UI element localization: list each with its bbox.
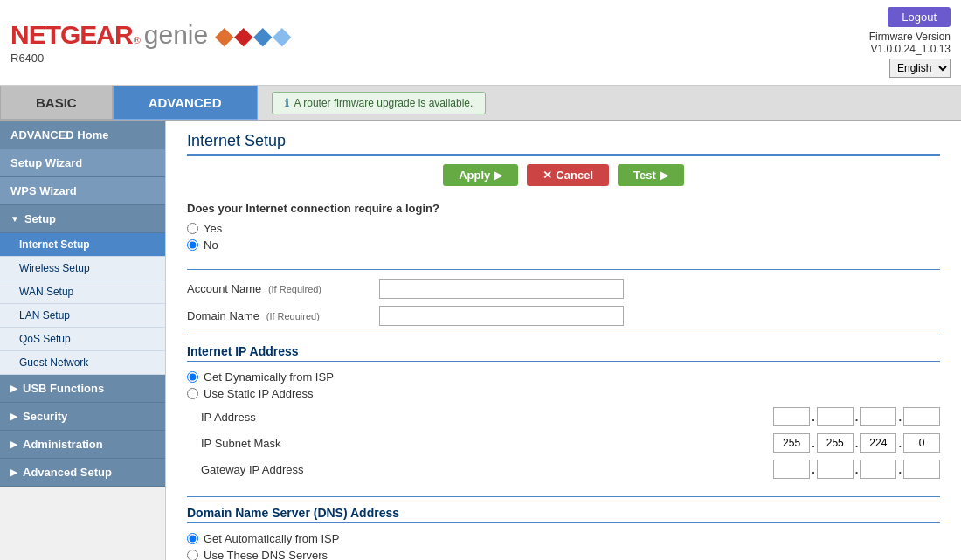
usb-arrow-icon: ▶	[10, 384, 17, 393]
domain-name-label: Domain Name (If Required)	[187, 309, 379, 322]
domain-name-input[interactable]	[379, 306, 624, 326]
gateway-label: Gateway IP Address	[187, 463, 379, 476]
ip-static-row: Use Static IP Address	[187, 387, 940, 400]
ip-dynamic-row: Get Dynamically from ISP	[187, 370, 940, 384]
dns-manual-radio[interactable]	[187, 550, 198, 560]
test-arrow-icon: ▶	[660, 169, 668, 182]
gw-dot-3: .	[898, 463, 902, 476]
firmware-version: Firmware Version V1.0.0.24_1.0.13	[869, 31, 951, 55]
security-arrow-icon: ▶	[10, 411, 17, 421]
header: NETGEAR ® genie ◆◆◆◆ R6400 Logout Firmwa…	[0, 0, 961, 86]
subnet-dot-3: .	[898, 437, 902, 450]
apply-button[interactable]: Apply ▶	[443, 164, 518, 186]
subnet-3[interactable]	[860, 433, 896, 453]
account-name-label: Account Name (If Required)	[187, 282, 379, 295]
ip-subnet-row: IP Subnet Mask . . .	[187, 433, 940, 453]
login-question: Does your Internet connection require a …	[187, 202, 940, 215]
gw-1[interactable]	[773, 460, 810, 479]
cancel-button[interactable]: ✕ Cancel	[527, 164, 609, 186]
account-name-input[interactable]	[379, 279, 624, 299]
logo-genie: genie	[144, 20, 208, 50]
dns-auto-label: Get Automatically from ISP	[204, 532, 339, 545]
info-icon: ℹ	[285, 97, 289, 109]
gw-4[interactable]	[903, 460, 940, 479]
tab-basic[interactable]: BASIC	[0, 86, 113, 120]
firmware-notice: ℹ A router firmware upgrade is available…	[272, 92, 487, 114]
dns-title: Domain Name Server (DNS) Address	[187, 506, 940, 523]
nav-tabs: BASIC ADVANCED ℹ A router firmware upgra…	[0, 86, 961, 121]
content: SetupRouter.com Internet Setup Apply ▶ ✕…	[166, 121, 961, 560]
ip-static-label: Use Static IP Address	[204, 387, 314, 400]
login-yes-radio[interactable]	[187, 223, 198, 234]
gw-dot-1: .	[812, 463, 815, 476]
login-yes-label: Yes	[204, 222, 222, 235]
sidebar-sub-item-lan-setup[interactable]: LAN Setup	[0, 304, 165, 328]
tab-advanced[interactable]: ADVANCED	[113, 86, 258, 120]
ip-subnet-label: IP Subnet Mask	[187, 437, 379, 450]
sidebar-section-advanced-setup[interactable]: ▶ Advanced Setup	[0, 459, 165, 487]
domain-name-sublabel: (If Required)	[266, 311, 320, 321]
ip-subnet-boxes: . . .	[773, 433, 940, 453]
cancel-x-icon: ✕	[543, 169, 552, 182]
page-title: Internet Setup	[187, 132, 940, 156]
subnet-2[interactable]	[817, 433, 854, 453]
login-section: Does your Internet connection require a …	[187, 202, 940, 252]
ip-addr-1[interactable]	[773, 407, 810, 426]
sidebar-sub-item-wan-setup[interactable]: WAN Setup	[0, 280, 165, 304]
logo-area: NETGEAR ® genie ◆◆◆◆ R6400	[10, 20, 292, 65]
gw-3[interactable]	[860, 460, 896, 479]
login-yes-row: Yes	[187, 222, 940, 235]
admin-arrow-icon: ▶	[10, 439, 17, 449]
sidebar-section-setup[interactable]: ▼ Setup	[0, 205, 165, 233]
ip-static-radio[interactable]	[187, 388, 198, 399]
main-layout: ADVANCED Home Setup Wizard WPS Wizard ▼ …	[0, 121, 961, 560]
sidebar-sub-item-internet-setup[interactable]: Internet Setup	[0, 233, 165, 257]
account-name-row: Account Name (If Required)	[187, 279, 940, 299]
sidebar-item-advanced-home[interactable]: ADVANCED Home	[0, 121, 165, 149]
dns-manual-row: Use These DNS Servers	[187, 549, 940, 560]
dns-auto-radio[interactable]	[187, 533, 198, 544]
sidebar-sub-item-wireless-setup[interactable]: Wireless Setup	[0, 257, 165, 280]
logo-netgear: NETGEAR	[10, 20, 133, 50]
ip-dot-3: .	[898, 411, 902, 424]
model-label: R6400	[10, 52, 292, 65]
ip-address-boxes: . . .	[773, 407, 940, 426]
ip-dot-1: .	[812, 411, 815, 424]
subnet-dot-1: .	[812, 437, 815, 450]
gateway-row: Gateway IP Address . . .	[187, 460, 940, 479]
gateway-boxes: . . .	[773, 460, 940, 479]
sidebar-sub-item-guest-network[interactable]: Guest Network	[0, 351, 165, 375]
subnet-1[interactable]	[773, 433, 810, 453]
header-right: Logout Firmware Version V1.0.0.24_1.0.13…	[869, 7, 951, 78]
internet-ip-section: Internet IP Address Get Dynamically from…	[187, 344, 940, 479]
subnet-dot-2: .	[855, 437, 859, 450]
ip-dot-2: .	[855, 411, 859, 424]
sidebar-item-setup-wizard[interactable]: Setup Wizard	[0, 149, 165, 177]
dns-auto-row: Get Automatically from ISP	[187, 532, 940, 545]
logo-decoration: ◆◆◆◆	[215, 21, 292, 50]
dns-manual-label: Use These DNS Servers	[204, 549, 328, 560]
ip-dynamic-radio[interactable]	[187, 371, 198, 383]
registered-mark: ®	[134, 35, 141, 45]
setup-arrow-icon: ▼	[10, 214, 19, 224]
login-no-radio[interactable]	[187, 239, 198, 251]
gw-2[interactable]	[817, 460, 854, 479]
sidebar-section-security[interactable]: ▶ Security	[0, 403, 165, 431]
sidebar-section-usb[interactable]: ▶ USB Functions	[0, 375, 165, 403]
ip-address-label: IP Address	[187, 411, 379, 424]
ip-addr-3[interactable]	[860, 407, 896, 426]
dns-section: Domain Name Server (DNS) Address Get Aut…	[187, 506, 940, 560]
sidebar-item-wps-wizard[interactable]: WPS Wizard	[0, 177, 165, 205]
internet-ip-title: Internet IP Address	[187, 344, 940, 362]
sidebar-sub-item-qos-setup[interactable]: QoS Setup	[0, 328, 165, 351]
gw-dot-2: .	[855, 463, 859, 476]
subnet-4[interactable]	[903, 433, 940, 453]
sidebar: ADVANCED Home Setup Wizard WPS Wizard ▼ …	[0, 121, 166, 560]
logout-button[interactable]: Logout	[888, 7, 951, 27]
language-selector[interactable]: English	[889, 59, 951, 78]
test-button[interactable]: Test ▶	[618, 164, 684, 186]
ip-addr-2[interactable]	[817, 407, 854, 426]
advsetup-arrow-icon: ▶	[10, 467, 17, 477]
sidebar-section-administration[interactable]: ▶ Administration	[0, 431, 165, 459]
ip-addr-4[interactable]	[903, 407, 940, 426]
